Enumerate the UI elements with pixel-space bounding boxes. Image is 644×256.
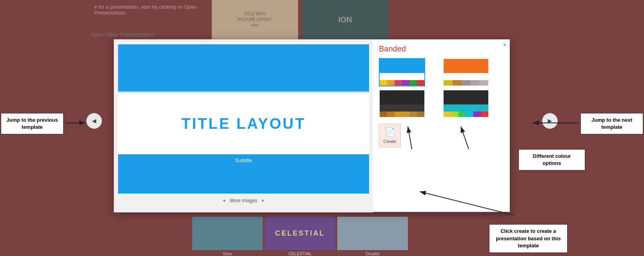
callout-colors-text: Different colour options	[533, 153, 571, 166]
callout-colors: Different colour options	[518, 149, 585, 170]
next-arrow-icon: ►	[546, 117, 553, 125]
color-swatches	[379, 58, 504, 118]
swatch-dark[interactable]	[379, 90, 425, 118]
callout-prev-template: Jump to the previous template	[1, 113, 64, 134]
prev-template-button[interactable]: ◄	[86, 113, 102, 129]
slide-bottom-band: Subtitle	[118, 154, 369, 194]
bg-thumb-slice: Slice	[192, 217, 263, 256]
create-button[interactable]: 📄 Create	[379, 124, 401, 147]
more-images-label: More Images	[230, 198, 257, 203]
bg-thumb-title: TITLE WITHPICTURE LAYOUTSave	[212, 0, 298, 39]
bg-top-text: e for a presentation, start by clicking …	[90, 0, 201, 20]
swatch-blue[interactable]	[379, 58, 425, 86]
template-name: Banded	[379, 44, 504, 53]
callout-prev-text: Jump to the previous template	[6, 117, 58, 130]
document-icon: 📄	[385, 127, 395, 137]
bg-thumb-droplet: Droplet	[337, 217, 408, 256]
next-template-button[interactable]: ►	[542, 113, 558, 129]
bg-thumb-ion: ION	[302, 0, 388, 39]
callout-create-text: Click create to create a presentation ba…	[496, 228, 560, 248]
slide-preview: TITLE LAYOUT Subtitle	[118, 44, 369, 194]
bg-thumb-celestial: CELESTIAL CELESTIAL	[265, 217, 335, 256]
swatch-orange[interactable]	[443, 58, 489, 86]
prev-image-arrow[interactable]: ◄	[222, 198, 226, 203]
swatch-dark-cyan[interactable]	[443, 90, 489, 118]
slide-middle: TITLE LAYOUT	[118, 91, 369, 154]
bg-open-link: Open Other Presentations	[90, 31, 154, 38]
more-images-bar: ◄ More Images ►	[114, 194, 373, 207]
callout-next-template: Jump to the next template	[580, 113, 643, 134]
bg-bottom-thumbs: Slice CELESTIAL CELESTIAL Droplet	[192, 213, 408, 256]
bg-top-thumbs: TITLE WITHPICTURE LAYOUTSave ION	[212, 0, 388, 39]
next-image-arrow[interactable]: ►	[261, 198, 265, 203]
slide-subtitle: Subtitle	[235, 157, 252, 163]
template-dialog: × TITLE LAYOUT Subtitle ◄ More Images ► …	[114, 39, 510, 212]
callout-create: Click create to create a presentation ba…	[489, 224, 568, 253]
preview-area: TITLE LAYOUT Subtitle ◄ More Images ►	[114, 40, 373, 212]
prev-arrow-icon: ◄	[91, 117, 98, 125]
options-area: Banded	[373, 40, 509, 212]
slide-title: TITLE LAYOUT	[182, 115, 306, 132]
create-label: Create	[383, 139, 396, 144]
callout-next-text: Jump to the next template	[591, 117, 632, 130]
slide-top-band	[118, 44, 369, 91]
create-area: 📄 Create	[379, 124, 504, 147]
